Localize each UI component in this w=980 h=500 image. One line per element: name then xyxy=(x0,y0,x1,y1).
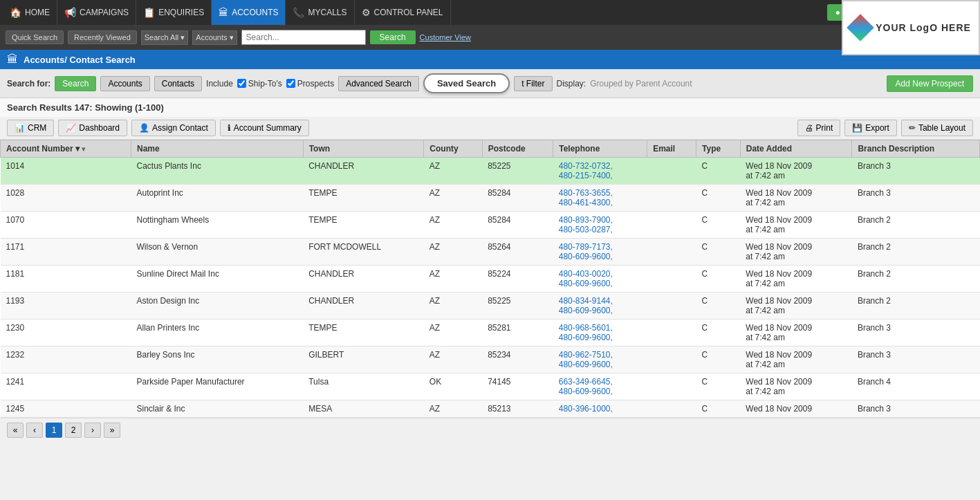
cell-telephone: 480-396-1000, xyxy=(553,400,647,418)
dashboard-button[interactable]: 📈 Dashboard xyxy=(58,120,127,136)
table-row[interactable]: 1171Wilson & VernonFORT MCDOWELLAZ852644… xyxy=(1,239,980,266)
action-row: 📊 CRM 📈 Dashboard 👤 Assign Contact ℹ Acc… xyxy=(0,117,980,140)
nav-item-accounts[interactable]: 🏛ACCOUNTS xyxy=(212,0,286,25)
table-row[interactable]: 1070Nottingham WheelsTEMPEAZ85284480-893… xyxy=(1,212,980,239)
logo-text: YOUR LogO HERE xyxy=(876,22,971,33)
search-input[interactable] xyxy=(241,30,366,45)
th-date_added: Date Added xyxy=(740,140,852,158)
cell-date_added: Wed 18 Nov 2009 at 7:42 am xyxy=(740,293,852,320)
filter-button[interactable]: t Filter xyxy=(514,76,552,91)
table-row[interactable]: 1241Parkside Paper ManufacturerTulsaOK74… xyxy=(1,373,980,400)
table-row[interactable]: 1181Sunline Direct Mail IncCHANDLERAZ852… xyxy=(1,266,980,293)
cell-account_number: 1230 xyxy=(1,320,131,346)
prev-page-button[interactable]: ‹ xyxy=(26,423,43,438)
page-1-button[interactable]: 1 xyxy=(46,423,62,438)
export-button[interactable]: 💾 Export xyxy=(844,120,897,136)
live-help-icon: ● xyxy=(835,8,840,17)
cell-branch_description: Branch 2 xyxy=(852,239,980,266)
ship-tos-checkbox-label[interactable]: Ship-To's xyxy=(237,79,282,89)
cell-email xyxy=(647,239,696,266)
th-branch_description: Branch Description xyxy=(852,140,980,158)
table-row[interactable]: 1232Barley Sons IncGILBERTAZ85234480-962… xyxy=(1,346,980,373)
cell-name: Nottingham Wheels xyxy=(131,212,304,239)
nav-item-home[interactable]: 🏠HOME xyxy=(3,0,57,25)
first-page-button[interactable]: « xyxy=(7,423,24,438)
cell-postcode: 85234 xyxy=(482,346,553,373)
cell-branch_description: Branch 3 xyxy=(852,346,980,373)
table-row[interactable]: 1245Sinclair & IncMESAAZ85213480-396-100… xyxy=(1,400,980,418)
page-header-icon: 🏛 xyxy=(7,53,18,66)
cell-date_added: Wed 18 Nov 2009 xyxy=(740,400,852,418)
cell-account_number: 1028 xyxy=(1,185,131,212)
nav-item-enquiries[interactable]: 📋ENQUIRIES xyxy=(136,0,212,25)
last-page-button[interactable]: » xyxy=(104,423,120,438)
cell-name: Cactus Plants Inc xyxy=(131,158,304,185)
cell-type: C xyxy=(696,400,741,418)
accounts-filter-button[interactable]: Accounts xyxy=(100,76,149,91)
cell-date_added: Wed 18 Nov 2009 at 7:42 am xyxy=(740,320,852,346)
cell-name: Sinclair & Inc xyxy=(131,400,304,418)
accounts-dropdown[interactable]: Accounts ▾ xyxy=(192,30,237,45)
cell-account_number: 1245 xyxy=(1,400,131,418)
cell-county: AZ xyxy=(424,346,482,373)
assign-contact-button[interactable]: 👤 Assign Contact xyxy=(131,120,216,136)
contacts-filter-button[interactable]: Contacts xyxy=(154,76,202,91)
table-layout-button[interactable]: ✏ Table Layout xyxy=(901,120,973,136)
table-row[interactable]: 1230Allan Printers IncTEMPEAZ85281480-96… xyxy=(1,320,980,346)
page-2-button[interactable]: 2 xyxy=(65,423,82,438)
accounts-nav-icon: 🏛 xyxy=(219,7,228,18)
cell-name: Allan Printers Inc xyxy=(131,320,304,346)
advanced-search-button[interactable]: Advanced Search xyxy=(338,76,419,91)
cell-county: AZ xyxy=(424,293,482,320)
cell-email xyxy=(647,212,696,239)
table-row[interactable]: 1193Aston Design IncCHANDLERAZ85225480-8… xyxy=(1,293,980,320)
layout-icon: ✏ xyxy=(909,123,916,133)
nav-item-control_panel[interactable]: ⚙CONTROL PANEL xyxy=(355,0,451,25)
prospects-checkbox-label[interactable]: Prospects xyxy=(286,79,334,89)
cell-county: AZ xyxy=(424,266,482,293)
table-body: 1014Cactus Plants IncCHANDLERAZ85225480-… xyxy=(1,158,980,418)
table-row[interactable]: 1028Autoprint IncTEMPEAZ85284480-763-365… xyxy=(1,185,980,212)
recently-viewed-button[interactable]: Recently Viewed xyxy=(68,30,137,44)
add-new-prospect-button[interactable]: Add New Prospect xyxy=(887,75,973,92)
enquiries-nav-icon: 📋 xyxy=(143,7,155,18)
search-button[interactable]: Search xyxy=(55,76,96,91)
cell-telephone: 480-763-3655, 480-461-4300, xyxy=(553,185,647,212)
prospects-checkbox[interactable] xyxy=(286,79,295,88)
cell-account_number: 1014 xyxy=(1,158,131,185)
ship-tos-checkbox[interactable] xyxy=(237,79,246,88)
nav-item-mycalls[interactable]: 📞MYCALLS xyxy=(286,0,354,25)
next-page-button[interactable]: › xyxy=(84,423,101,438)
page-header: 🏛 Accounts/ Contact Search xyxy=(0,50,980,69)
cell-email xyxy=(647,185,696,212)
nav-item-campaigns[interactable]: 📢CAMPAIGNS xyxy=(57,0,136,25)
account-summary-button[interactable]: ℹ Account Summary xyxy=(220,120,309,136)
cell-email xyxy=(647,373,696,400)
saved-search-button[interactable]: Saved Search xyxy=(423,73,510,93)
cell-branch_description: Branch 3 xyxy=(852,158,980,185)
cell-date_added: Wed 18 Nov 2009 at 7:42 am xyxy=(740,212,852,239)
cell-account_number: 1241 xyxy=(1,373,131,400)
pagination: « ‹ 1 2 › » xyxy=(0,418,980,442)
search-all-dropdown[interactable]: Search All ▾ xyxy=(141,30,189,45)
include-label: Include xyxy=(206,79,233,89)
cell-name: Autoprint Inc xyxy=(131,185,304,212)
th-account_number[interactable]: Account Number ▾ xyxy=(1,140,131,158)
cell-postcode: 85225 xyxy=(482,158,553,185)
print-button[interactable]: 🖨 Print xyxy=(797,120,841,136)
search-for-label: Search for: xyxy=(7,79,50,89)
crm-button[interactable]: 📊 CRM xyxy=(7,120,54,136)
cell-branch_description: Branch 3 xyxy=(852,185,980,212)
home-nav-icon: 🏠 xyxy=(10,7,21,18)
table-row[interactable]: 1014Cactus Plants IncCHANDLERAZ85225480-… xyxy=(1,158,980,185)
logo-area: YOUR LogO HERE xyxy=(842,0,980,55)
cell-postcode: 85284 xyxy=(482,212,553,239)
cell-name: Aston Design Inc xyxy=(131,293,304,320)
quick-search-button[interactable]: Quick Search xyxy=(6,30,64,44)
cell-telephone: 480-789-7173, 480-609-9600, xyxy=(553,239,647,266)
cell-date_added: Wed 18 Nov 2009 at 7:42 am xyxy=(740,346,852,373)
customer-view-link[interactable]: Customer View xyxy=(420,33,471,41)
th-type: Type xyxy=(696,140,741,158)
search-go-button[interactable]: Search xyxy=(370,30,416,44)
cell-account_number: 1181 xyxy=(1,266,131,293)
